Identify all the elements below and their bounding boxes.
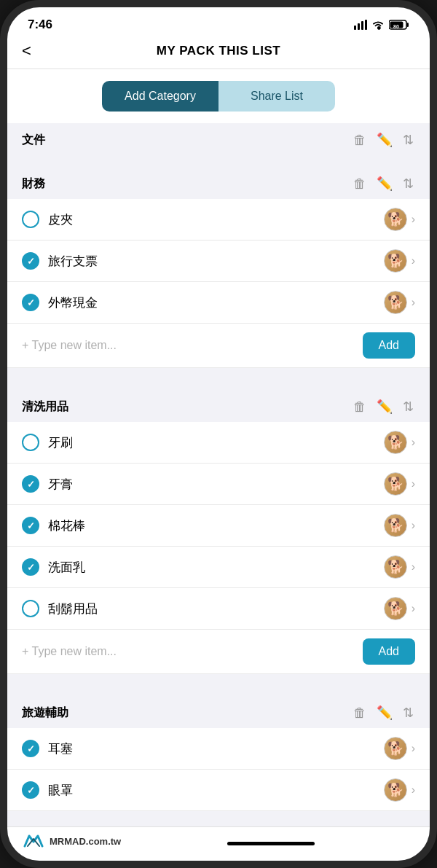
category-actions-documents: 🗑 ✏️ ⇅ <box>352 130 415 149</box>
avatar: 🐕 <box>384 514 407 537</box>
share-list-button[interactable]: Share List <box>219 81 335 112</box>
item-label: 眼罩 <box>48 782 73 799</box>
checkbox-checked[interactable] <box>22 517 39 534</box>
category-section-finance: 財務 🗑 ✏️ ⇅ 皮夾 🐕 › <box>7 167 430 368</box>
chevron-right-icon[interactable]: › <box>412 213 415 226</box>
delete-category-finance[interactable]: 🗑 <box>352 175 368 193</box>
page-title: MY PACK THIS LIST <box>157 44 280 58</box>
add-item-placeholder[interactable]: + Type new item... <box>22 339 363 352</box>
add-category-button[interactable]: Add Category <box>102 81 219 112</box>
list-item: 牙膏 🐕 › <box>7 464 430 505</box>
chevron-right-icon[interactable]: › <box>412 436 415 449</box>
bottom-bar: MRMAD.com.tw <box>7 826 430 861</box>
chevron-right-icon[interactable]: › <box>412 254 415 267</box>
svg-rect-1 <box>358 23 360 30</box>
edit-category-toiletries[interactable]: ✏️ <box>375 397 394 416</box>
list-item: 耳塞 🐕 › <box>7 728 430 770</box>
svg-rect-2 <box>361 21 363 30</box>
delete-category-toiletries[interactable]: 🗑 <box>352 398 368 416</box>
category-section-travel-aids: 旅遊輔助 🗑 ✏️ ⇅ 耳塞 🐕 › <box>7 696 430 811</box>
add-item-row-toiletries: + Type new item... Add <box>7 630 430 674</box>
checkbox-checked[interactable] <box>22 781 39 799</box>
item-label: 洗面乳 <box>48 559 85 576</box>
chevron-right-icon[interactable]: › <box>412 296 415 309</box>
item-label: 牙膏 <box>48 476 73 493</box>
category-actions-finance: 🗑 ✏️ ⇅ <box>352 174 415 193</box>
top-nav: < MY PACK THIS LIST <box>7 36 430 69</box>
svg-rect-3 <box>365 20 367 30</box>
avatar: 🐕 <box>384 249 407 273</box>
svg-rect-6 <box>407 23 409 27</box>
list-item: 皮夾 🐕 › <box>7 199 430 241</box>
chevron-right-icon[interactable]: › <box>412 602 415 615</box>
back-button[interactable]: < <box>22 42 31 60</box>
action-buttons-row: Add Category Share List <box>7 69 430 123</box>
svg-rect-0 <box>354 26 356 30</box>
item-label: 牙刷 <box>48 434 73 451</box>
avatar: 🐕 <box>384 737 407 760</box>
item-label: 耳塞 <box>48 740 73 757</box>
category-header-travel-aids: 旅遊輔助 🗑 ✏️ ⇅ <box>7 696 430 728</box>
list-item: 洗面乳 🐕 › <box>7 547 430 588</box>
list-item: 棉花棒 🐕 › <box>7 505 430 547</box>
chevron-right-icon[interactable]: › <box>412 560 415 574</box>
category-section-documents: 文件 🗑 ✏️ ⇅ <box>7 123 430 155</box>
checkbox-checked[interactable] <box>22 252 39 270</box>
category-title-documents: 文件 <box>22 133 45 148</box>
sort-category-travel-aids[interactable]: ⇅ <box>401 703 415 722</box>
chevron-right-icon[interactable]: › <box>412 519 415 532</box>
checkbox-checked[interactable] <box>22 294 39 311</box>
edit-category-finance[interactable]: ✏️ <box>375 174 394 193</box>
avatar: 🐕 <box>384 555 407 579</box>
category-header-finance: 財務 🗑 ✏️ ⇅ <box>7 167 430 199</box>
mrmad-logo-icon <box>22 833 45 849</box>
svg-text:80: 80 <box>393 24 399 29</box>
edit-category-documents[interactable]: ✏️ <box>375 130 394 149</box>
avatar: 🐕 <box>384 291 407 314</box>
category-actions-travel-aids: 🗑 ✏️ ⇅ <box>352 703 415 722</box>
chevron-right-icon[interactable]: › <box>412 742 415 755</box>
add-item-placeholder[interactable]: + Type new item... <box>22 645 363 658</box>
list-item: 眼罩 🐕 › <box>7 770 430 811</box>
add-item-button-toiletries[interactable]: Add <box>363 638 415 665</box>
delete-category-travel-aids[interactable]: 🗑 <box>352 704 368 722</box>
logo-text: MRMAD.com.tw <box>50 836 121 847</box>
add-item-button-finance[interactable]: Add <box>363 332 415 359</box>
chevron-right-icon[interactable]: › <box>412 477 415 490</box>
sort-category-documents[interactable]: ⇅ <box>401 130 415 149</box>
checkbox-checked[interactable] <box>22 475 39 493</box>
sort-category-finance[interactable]: ⇅ <box>401 174 415 193</box>
avatar: 🐕 <box>384 431 407 454</box>
item-label: 棉花棒 <box>48 517 85 534</box>
item-label: 外幣現金 <box>48 294 98 311</box>
list-item: 牙刷 🐕 › <box>7 422 430 464</box>
category-title-finance: 財務 <box>22 176 45 192</box>
avatar: 🐕 <box>384 208 407 231</box>
category-actions-toiletries: 🗑 ✏️ ⇅ <box>352 397 415 416</box>
add-item-row-finance: + Type new item... Add <box>7 324 430 368</box>
mrmad-logo: MRMAD.com.tw <box>22 833 121 849</box>
status-bar: 7:46 <box>7 7 430 36</box>
main-content: 文件 🗑 ✏️ ⇅ 財務 🗑 ✏️ ⇅ <box>7 123 430 837</box>
item-label: 皮夾 <box>48 211 73 228</box>
wifi-icon <box>371 20 385 30</box>
avatar: 🐕 <box>384 778 407 802</box>
avatar: 🐕 <box>384 597 407 620</box>
category-title-travel-aids: 旅遊輔助 <box>22 705 68 721</box>
checkbox-checked[interactable] <box>22 558 39 576</box>
chevron-right-icon[interactable]: › <box>412 783 415 797</box>
status-time: 7:46 <box>28 17 52 32</box>
category-header-documents: 文件 🗑 ✏️ ⇅ <box>7 123 430 155</box>
checkbox-unchecked[interactable] <box>22 211 39 228</box>
delete-category-documents[interactable]: 🗑 <box>352 131 368 149</box>
sort-category-toiletries[interactable]: ⇅ <box>401 397 415 416</box>
category-header-toiletries: 清洗用品 🗑 ✏️ ⇅ <box>7 390 430 422</box>
signal-icon <box>354 20 367 30</box>
edit-category-travel-aids[interactable]: ✏️ <box>375 703 394 722</box>
checkbox-checked[interactable] <box>22 740 39 757</box>
home-indicator <box>227 842 315 845</box>
status-icons: 80 <box>354 20 409 30</box>
checkbox-unchecked[interactable] <box>22 434 39 451</box>
checkbox-unchecked[interactable] <box>22 600 39 617</box>
category-title-toiletries: 清洗用品 <box>22 399 68 415</box>
